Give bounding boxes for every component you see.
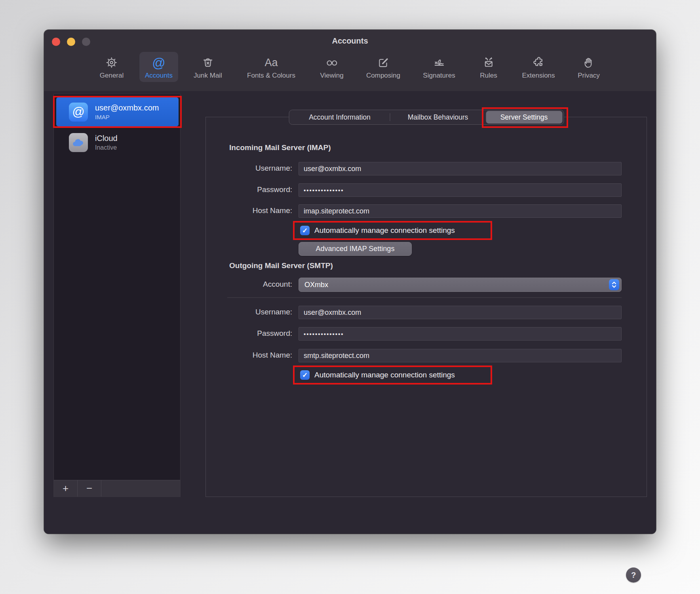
window-title: Accounts bbox=[44, 36, 656, 46]
account-tabs: Account Information Mailbox Behaviours S… bbox=[289, 110, 564, 125]
compose-icon bbox=[377, 55, 390, 70]
mail-preferences-window: Accounts General @ Accounts Junk Mail Aa… bbox=[44, 30, 656, 534]
mail-account-icon: @ bbox=[69, 103, 88, 122]
toolbar-label: Privacy bbox=[578, 72, 600, 80]
remove-account-button[interactable]: − bbox=[78, 480, 101, 497]
rules-envelope-icon bbox=[481, 55, 496, 70]
fonts-icon: Aa bbox=[264, 55, 278, 70]
incoming-auto-manage-label: Automatically manage connection settings bbox=[314, 226, 455, 235]
puzzle-icon bbox=[531, 55, 546, 70]
check-icon: ✓ bbox=[302, 371, 308, 379]
toolbar-label: Viewing bbox=[320, 72, 343, 80]
annotation-box-outgoing-auto-manage: ✓ Automatically manage connection settin… bbox=[293, 366, 492, 385]
incoming-section-heading: Incoming Mail Server (IMAP) bbox=[229, 143, 331, 152]
advanced-imap-settings-button[interactable]: Advanced IMAP Settings bbox=[299, 242, 412, 256]
account-name: user@oxmbx.com bbox=[95, 103, 159, 112]
sidebar-account-icloud[interactable]: iCloud Inactive bbox=[56, 128, 179, 157]
preferences-toolbar: General @ Accounts Junk Mail Aa Fonts & … bbox=[44, 51, 656, 88]
server-settings-panel: Account Information Mailbox Behaviours S… bbox=[205, 117, 647, 497]
check-icon: ✓ bbox=[302, 227, 308, 235]
incoming-auto-manage-checkbox[interactable]: ✓ bbox=[300, 226, 310, 235]
toolbar-item-viewing[interactable]: Viewing bbox=[314, 52, 349, 82]
sidebar-action-bar: + − bbox=[54, 480, 180, 497]
toolbar-label: Composing bbox=[366, 72, 400, 80]
outgoing-hostname-field[interactable] bbox=[299, 349, 622, 362]
add-account-button[interactable]: + bbox=[54, 480, 78, 497]
outgoing-hostname-label: Host Name: bbox=[206, 351, 292, 360]
outgoing-password-field[interactable] bbox=[299, 327, 622, 341]
accounts-sidebar: @ user@oxmbx.com IMAP iCloud Inactive + … bbox=[53, 94, 181, 497]
account-status: Inactive bbox=[95, 144, 118, 151]
toolbar-item-general[interactable]: General bbox=[94, 52, 129, 82]
account-name: iCloud bbox=[95, 134, 118, 143]
toolbar-label: Fonts & Colours bbox=[247, 72, 295, 80]
incoming-username-label: Username: bbox=[206, 164, 292, 173]
outgoing-auto-manage-label: Automatically manage connection settings bbox=[314, 371, 455, 379]
outgoing-auto-manage-checkbox[interactable]: ✓ bbox=[300, 370, 310, 380]
gear-icon bbox=[105, 55, 118, 70]
outgoing-username-label: Username: bbox=[206, 308, 292, 316]
outgoing-account-label: Account: bbox=[206, 280, 292, 289]
toolbar-label: Junk Mail bbox=[194, 72, 222, 80]
tab-server-settings[interactable]: Server Settings bbox=[486, 111, 562, 124]
toolbar-label: Signatures bbox=[423, 72, 455, 80]
toolbar-item-rules[interactable]: Rules bbox=[474, 52, 502, 82]
help-button[interactable]: ? bbox=[626, 567, 641, 583]
toolbar-item-composing[interactable]: Composing bbox=[361, 52, 406, 82]
outgoing-account-value: OXmbx bbox=[304, 281, 328, 289]
smtp-divider bbox=[227, 297, 622, 298]
incoming-hostname-label: Host Name: bbox=[206, 206, 292, 215]
toolbar-item-extensions[interactable]: Extensions bbox=[516, 52, 560, 82]
toolbar-item-signatures[interactable]: Signatures bbox=[417, 52, 460, 82]
outgoing-username-field[interactable] bbox=[299, 306, 622, 319]
tab-account-information[interactable]: Account Information bbox=[290, 111, 390, 124]
toolbar-label: Extensions bbox=[522, 72, 555, 80]
incoming-password-field[interactable] bbox=[299, 183, 622, 197]
toolbar-item-fonts-colours[interactable]: Aa Fonts & Colours bbox=[242, 52, 301, 82]
hand-icon bbox=[582, 55, 595, 70]
toolbar-label: Rules bbox=[480, 72, 497, 80]
toolbar-label: General bbox=[100, 72, 124, 80]
at-icon: @ bbox=[152, 55, 165, 70]
sidebar-account-oxmbx[interactable]: @ user@oxmbx.com IMAP bbox=[56, 97, 179, 126]
toolbar-item-junk-mail[interactable]: Junk Mail bbox=[188, 52, 228, 82]
toolbar-label: Accounts bbox=[145, 72, 173, 80]
chevron-up-down-icon bbox=[609, 279, 619, 290]
incoming-hostname-field[interactable] bbox=[299, 204, 622, 218]
outgoing-password-label: Password: bbox=[206, 329, 292, 338]
glasses-icon bbox=[325, 55, 339, 70]
annotation-box-incoming-auto-manage: ✓ Automatically manage connection settin… bbox=[293, 221, 492, 240]
toolbar-item-privacy[interactable]: Privacy bbox=[572, 52, 605, 82]
tab-mailbox-behaviours[interactable]: Mailbox Behaviours bbox=[390, 111, 486, 124]
outgoing-section-heading: Outgoing Mail Server (SMTP) bbox=[229, 261, 333, 270]
preferences-content: @ user@oxmbx.com IMAP iCloud Inactive + … bbox=[44, 91, 656, 534]
outgoing-account-popup[interactable]: OXmbx bbox=[299, 278, 622, 292]
signature-icon bbox=[432, 55, 446, 70]
incoming-password-label: Password: bbox=[206, 185, 292, 194]
toolbar-item-accounts[interactable]: @ Accounts bbox=[139, 52, 178, 82]
icloud-icon bbox=[69, 133, 88, 152]
junk-mail-icon bbox=[201, 55, 215, 70]
account-type: IMAP bbox=[95, 114, 159, 120]
incoming-username-field[interactable] bbox=[299, 162, 622, 175]
